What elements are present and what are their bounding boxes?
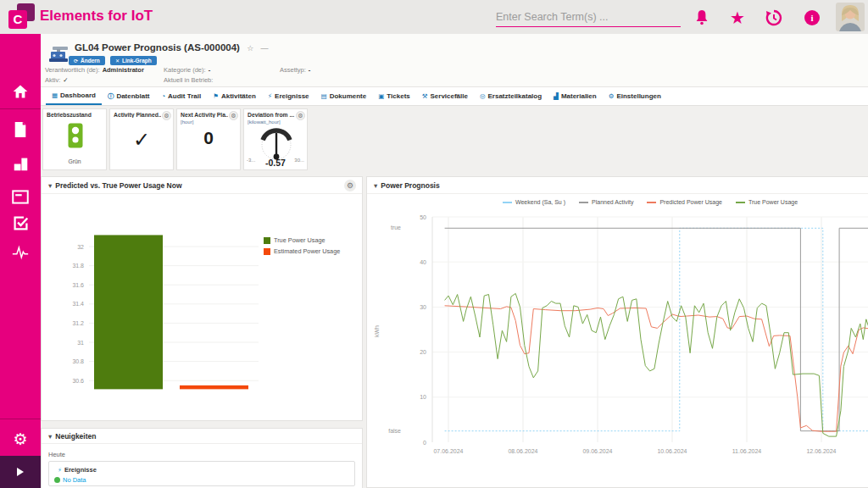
no-data-icon (54, 477, 60, 483)
user-avatar[interactable] (836, 3, 865, 31)
panel-gear-icon[interactable]: ⚙ (344, 180, 356, 191)
svg-text:20: 20 (420, 349, 426, 355)
sidebar: ⚙ (0, 34, 41, 488)
machine-icon (47, 45, 71, 64)
kpi-check-value: ✓ (110, 128, 173, 152)
link-graph-button[interactable]: ✕Link-Graph (110, 56, 157, 65)
svg-text:31.4: 31.4 (72, 301, 84, 307)
search-input[interactable] (496, 7, 681, 27)
tab-servicefaelle[interactable]: ⚒Servicefälle (416, 87, 474, 105)
service-tab-icon: ⚒ (422, 92, 428, 100)
gauge-value: -0.57 (244, 158, 307, 168)
bar-chart: 3231.831.631.431.23130.830.6 (42, 196, 364, 420)
assettype-field: Assettyp:- (280, 66, 310, 74)
svg-text:50: 50 (420, 214, 426, 220)
sidebar-item-settings[interactable]: ⚙ (0, 426, 41, 452)
gear-icon: ⚙ (13, 430, 27, 449)
responsible-field: Verantwortlich (de):Administrator (45, 66, 144, 74)
kpi-title: Deviation from ... (248, 112, 295, 118)
kpi-state-label: Grün (43, 158, 106, 164)
event-icon: ⚡ (58, 467, 62, 473)
collapse-caret-icon[interactable]: ▾ (48, 181, 52, 190)
spareparts-tab-icon: ◎ (480, 92, 486, 100)
bar-chart-legend: True Power UsageEstimated Power Usage (264, 236, 340, 258)
svg-text:0: 0 (423, 440, 426, 446)
collapse-caret-icon[interactable]: ▾ (48, 432, 52, 441)
datasheet-tab-icon: ⓘ (108, 92, 114, 101)
prognosis-chart: 07.06.202408.06.202409.06.202410.06.2024… (367, 196, 868, 488)
tab-dashboard[interactable]: ▦Dashboard (46, 87, 102, 105)
svg-text:10: 10 (420, 394, 426, 400)
bar-panel-title: Predicted vs. True Power Usage Now (55, 181, 181, 190)
favorites-button[interactable]: ★ (727, 8, 748, 28)
svg-text:30.8: 30.8 (72, 358, 84, 364)
sidebar-item-tasks[interactable] (0, 210, 41, 236)
legend-item: Estimated Power Usage (264, 247, 340, 255)
gauge-icon (244, 125, 309, 162)
kpi-card-activity-planned: Activity Planned... ⚙ ✓ (109, 108, 174, 170)
card-icon (12, 190, 29, 204)
info-icon: i (804, 10, 820, 25)
operation-field: Aktuell in Betrieb: (164, 76, 215, 84)
svg-text:07.06.2024: 07.06.2024 (433, 448, 463, 454)
news-panel: ▾Neuigkeiten Heute ⚡Ereignisse No Data (41, 428, 363, 488)
svg-text:10.06.2024: 10.06.2024 (657, 448, 687, 454)
svg-text:09.06.2024: 09.06.2024 (582, 448, 612, 454)
asset-header: GL04 Power Prognosis (AS-000004) ☆ — ⟳Än… (41, 34, 868, 87)
sidebar-item-monitoring[interactable] (0, 240, 41, 265)
info-button[interactable]: i (802, 8, 822, 28)
news-empty-label: No Data (63, 476, 86, 484)
history-button[interactable] (764, 8, 784, 28)
svg-text:31.6: 31.6 (72, 282, 84, 288)
category-field: Kategorie (de):- (164, 66, 210, 74)
kpi-gear-icon[interactable]: ⚙ (162, 111, 171, 120)
kpi-gear-icon[interactable]: ⚙ (296, 111, 305, 120)
document-icon (13, 121, 28, 138)
svg-text:31: 31 (77, 340, 84, 346)
collapse-caret-icon[interactable]: ▾ (374, 181, 377, 190)
sidebar-item-reports[interactable] (0, 151, 41, 176)
page-title: GL04 Power Prognosis (AS-000004) (75, 42, 240, 53)
tab-dokumente[interactable]: ▤Dokumente (315, 87, 373, 105)
tab-datenblatt[interactable]: ⓘDatenblatt (102, 87, 156, 105)
app-logo[interactable]: C (8, 3, 37, 30)
tab-aktivitaeten[interactable]: ⚑Aktivitäten (207, 87, 262, 105)
svg-text:31.2: 31.2 (72, 320, 84, 326)
tab-tickets[interactable]: ▣Tickets (372, 87, 416, 105)
panel-header: ▾Neuigkeiten (42, 429, 362, 444)
panel-header: ▾Predicted vs. True Power Usage Now ⚙ (42, 177, 362, 194)
asset-title-row: GL04 Power Prognosis (AS-000004) ☆ — (75, 42, 268, 53)
app-title: Elements for IoT (40, 8, 153, 25)
svg-text:false: false (388, 428, 401, 434)
kpi-gear-icon[interactable]: ⚙ (229, 111, 238, 120)
avatar-image (836, 3, 865, 31)
news-item[interactable]: ⚡Ereignisse No Data (48, 461, 355, 486)
sidebar-item-home[interactable] (0, 79, 41, 104)
svg-text:30.6: 30.6 (72, 378, 84, 384)
news-event-label: Ereignisse (64, 466, 97, 474)
traffic-light-icon (68, 123, 83, 148)
sidebar-item-documents[interactable] (0, 117, 41, 142)
news-group-label: Heute (48, 451, 65, 458)
collapse-header-icon[interactable]: — (260, 44, 268, 53)
svg-text:32: 32 (77, 244, 84, 250)
tab-audit-trail[interactable]: ◔Audit Trail (156, 87, 208, 105)
tab-ereignisse[interactable]: ⚡Ereignisse (262, 87, 315, 105)
star-icon: ★ (730, 9, 745, 26)
change-button[interactable]: ⟳Ändern (69, 56, 105, 65)
notifications-button[interactable] (692, 8, 712, 28)
bar-chart-panel: ▾Predicted vs. True Power Usage Now ⚙ 32… (41, 176, 363, 421)
prognosis-panel: ▾Power Prognosis Weekend (Sa, Su )Planne… (366, 176, 868, 488)
bell-icon (694, 9, 709, 26)
tab-einstellungen[interactable]: ⚙Einstellungen (603, 87, 667, 105)
tab-ersatzteilkatalog[interactable]: ◎Ersatzteilkatalog (474, 87, 548, 105)
pulse-icon (12, 245, 29, 260)
favorite-toggle-icon[interactable]: ☆ (247, 44, 253, 53)
svg-text:31.8: 31.8 (72, 263, 84, 269)
sidebar-expand-area[interactable] (0, 456, 41, 488)
refresh-icon: ⟳ (74, 58, 78, 64)
settings-tab-icon: ⚙ (609, 92, 615, 100)
bar-blocks-icon (13, 156, 29, 172)
tab-materialien[interactable]: ▟Materialien (548, 87, 603, 105)
sidebar-item-dashboards[interactable] (0, 184, 41, 209)
